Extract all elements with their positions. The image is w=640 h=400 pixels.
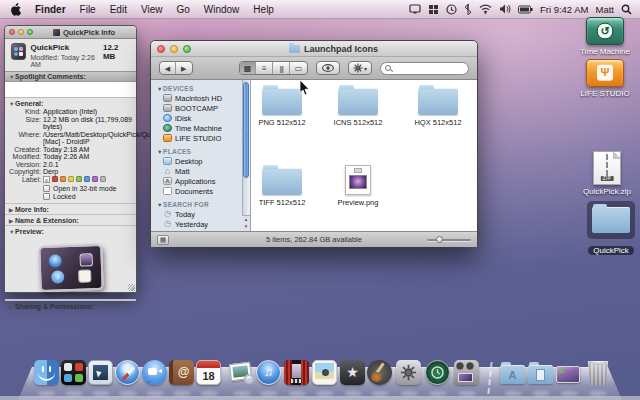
dock-documents-folder[interactable]: [528, 360, 554, 388]
spotlight-icon[interactable]: [621, 4, 632, 15]
menu-help[interactable]: Help: [246, 4, 281, 15]
dock-minimized-window[interactable]: [556, 360, 582, 388]
column-view-button[interactable]: |||: [273, 62, 290, 74]
section-name-extension[interactable]: ▶Name & Extension:: [5, 214, 136, 225]
apple-menu-icon[interactable]: [8, 3, 22, 16]
wifi-menu-icon[interactable]: [479, 4, 492, 14]
documents-folder-icon: [528, 365, 553, 384]
dock-trash[interactable]: [585, 360, 611, 388]
list-view-button[interactable]: ≡: [256, 62, 273, 74]
menubar-user[interactable]: Matt: [596, 4, 614, 15]
label-gray-swatch[interactable]: [100, 176, 106, 182]
label-blue-swatch[interactable]: [84, 176, 90, 182]
back-button[interactable]: ◀: [160, 62, 176, 74]
dock-iphoto[interactable]: [312, 360, 338, 388]
dock-itunes[interactable]: ♫: [256, 360, 282, 388]
section-sharing-permissions[interactable]: ▶Sharing & Permissions:: [5, 300, 136, 311]
menu-file[interactable]: File: [73, 4, 103, 15]
dock-mail[interactable]: [88, 360, 114, 388]
desktop-icon-life-studio[interactable]: Ψ LIFE STUDIO: [576, 59, 634, 98]
menu-go[interactable]: Go: [169, 4, 196, 15]
displays-menu-icon[interactable]: [409, 4, 421, 14]
label-green-swatch[interactable]: [76, 176, 82, 182]
checkbox-locked[interactable]: [43, 193, 50, 200]
spaces-menu-icon[interactable]: [428, 4, 439, 15]
info-close-button[interactable]: [9, 29, 15, 35]
spotlight-comments-box[interactable]: [5, 82, 136, 98]
label-red-swatch[interactable]: [52, 176, 58, 182]
section-preview[interactable]: ▼Preview:: [5, 225, 136, 236]
quick-look-button[interactable]: [316, 61, 340, 75]
menu-window[interactable]: Window: [197, 4, 247, 15]
sidebar-item-life-studio[interactable]: LIFE STUDIO▲: [151, 133, 250, 143]
search-input[interactable]: [380, 62, 469, 75]
dock-applications-folder[interactable]: A: [500, 360, 526, 388]
finder-zoom-button[interactable]: [183, 45, 191, 53]
folder-icns-512[interactable]: ICNS 512x512: [323, 88, 393, 127]
sidebar-item-macintosh-hd[interactable]: Macintosh HD: [151, 93, 250, 103]
dock-imovie[interactable]: ★: [340, 360, 366, 388]
info-minimize-button[interactable]: [18, 29, 24, 35]
dock-dashboard[interactable]: [61, 360, 87, 388]
menu-view[interactable]: View: [134, 4, 170, 15]
sidebar-item-desktop[interactable]: Desktop: [151, 156, 250, 166]
action-menu-button[interactable]: ▾: [348, 61, 372, 75]
info-zoom-button[interactable]: [27, 29, 33, 35]
dock-safari[interactable]: [115, 360, 141, 388]
label-orange-swatch[interactable]: [60, 176, 66, 182]
clock-icon: ◷: [163, 210, 172, 218]
info-titlebar[interactable]: QuickPick Info: [5, 26, 136, 39]
menu-edit[interactable]: Edit: [103, 4, 134, 15]
dock-time-machine[interactable]: [425, 360, 451, 388]
finder-close-button[interactable]: [157, 45, 165, 53]
coverflow-view-button[interactable]: ▭: [290, 62, 307, 74]
sidebar-item-home[interactable]: ⌂Matt: [151, 166, 250, 176]
sidebar-item-idisk[interactable]: iDisk: [151, 113, 250, 123]
folder-icon: [262, 88, 302, 115]
dock-system-preferences[interactable]: [396, 360, 422, 388]
icon-size-slider[interactable]: [427, 235, 471, 245]
finder-titlebar[interactable]: Launchpad Icons: [151, 41, 477, 57]
volume-menu-icon[interactable]: [499, 4, 511, 14]
menu-finder[interactable]: Finder: [28, 4, 73, 15]
sidebar-item-documents[interactable]: Documents: [151, 186, 250, 196]
label-purple-swatch[interactable]: [92, 176, 98, 182]
finder-minimize-button[interactable]: [170, 45, 178, 53]
dock-ical[interactable]: 18: [196, 360, 222, 388]
dock-garageband[interactable]: [367, 360, 393, 388]
desktop-icon-time-machine[interactable]: ↺ Time Machine: [576, 17, 634, 56]
checkbox-32bit[interactable]: [43, 185, 50, 192]
time-machine-menu-icon[interactable]: [446, 4, 457, 15]
desktop: Finder File Edit View Go Window Help: [0, 0, 640, 400]
desktop-icon-quickpick-folder[interactable]: QuickPick: [582, 201, 640, 257]
folder-tiff-512[interactable]: TIFF 512x512: [247, 168, 317, 207]
label-none-button[interactable]: x: [43, 176, 50, 183]
dock-quicktime-projector[interactable]: [454, 360, 480, 388]
dock-finder[interactable]: [34, 360, 60, 388]
sidebar-item-yesterday[interactable]: ◷Yesterday: [151, 219, 250, 229]
file-preview-png[interactable]: Preview.png: [323, 165, 393, 207]
dock-address-book[interactable]: @: [169, 360, 195, 388]
section-more-info[interactable]: ▶More Info:: [5, 203, 136, 214]
sidebar-scroll-arrows[interactable]: ▲▼: [242, 215, 250, 231]
folder-hqx-512[interactable]: HQX 512x512: [403, 88, 473, 127]
menubar-clock[interactable]: Fri 9:42 AM: [540, 4, 589, 15]
dock-preview[interactable]: [229, 360, 255, 388]
sidebar-item-time-machine[interactable]: Time Machine▲: [151, 123, 250, 133]
bluetooth-menu-icon[interactable]: [464, 4, 472, 15]
icon-view-button[interactable]: ▦: [240, 62, 257, 74]
battery-menu-icon[interactable]: [518, 5, 533, 14]
label-yellow-swatch[interactable]: [68, 176, 74, 182]
sidebar-item-applications[interactable]: AApplications: [151, 176, 250, 186]
sidebar-item-today[interactable]: ◷Today: [151, 209, 250, 219]
sidebar-item-bootcamp[interactable]: BOOTCAMP: [151, 103, 250, 113]
preview-app-icon: [229, 360, 254, 385]
dock-ichat[interactable]: [142, 360, 168, 388]
desktop-icon-quickpick-zip[interactable]: ZIP QuickPick.zip: [578, 151, 636, 196]
section-general[interactable]: ▼General:: [5, 98, 136, 108]
info-resize-grip[interactable]: [128, 284, 135, 291]
slider-knob[interactable]: [436, 236, 443, 243]
section-spotlight-comments[interactable]: ▼Spotlight Comments:: [5, 71, 136, 82]
dock-idvd[interactable]: [284, 360, 310, 388]
forward-button[interactable]: ▶: [176, 62, 192, 74]
